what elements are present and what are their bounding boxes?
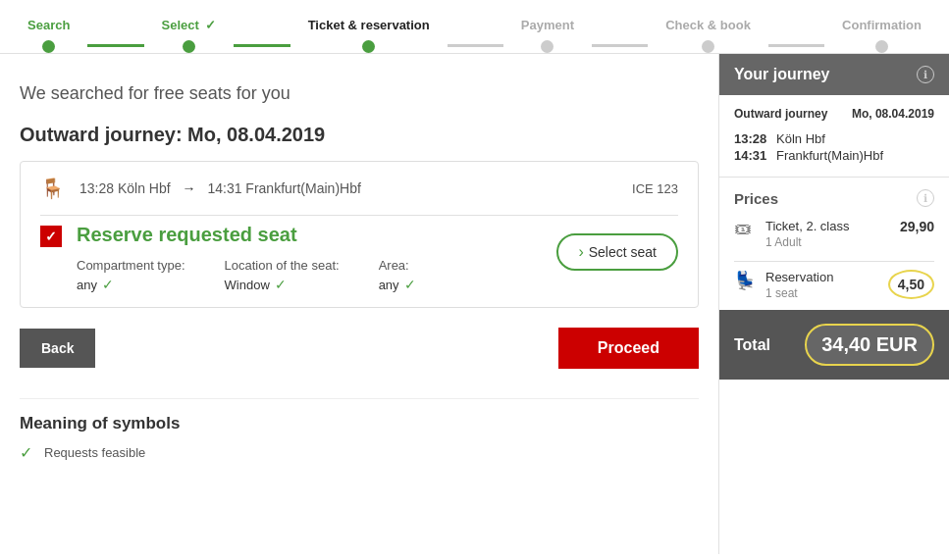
step-search-label: Search [27,18,70,32]
arrival-row: 14:31 Frankfurt(Main)Hbf [734,148,934,163]
search-info: We searched for free seats for you [20,83,699,104]
compartment-check-icon: ✓ [102,277,114,292]
sidebar-info-icon[interactable]: ℹ [917,66,934,83]
line-1 [87,44,143,47]
symbol-check-icon: ✓ [20,443,32,462]
area-value: any ✓ [379,277,416,292]
line-2 [234,44,290,47]
sidebar-journey: Outward journey Mo, 08.04.2019 13:28 Köl… [719,95,949,178]
journey-title: Outward journey: Mo, 08.04.2019 [20,124,699,146]
step-select[interactable]: Select ✓ [144,18,235,53]
compartment-option: Compartment type: any ✓ [77,258,185,292]
back-button[interactable]: Back [20,329,95,368]
ticket-amount: 29,90 [900,219,934,234]
step-checkbook-label: Check & book [665,18,751,32]
reservation-amount: 4,50 [888,270,934,299]
reservation-details: Reservation 1 seat [765,270,878,300]
sidebar-arrival-station: Frankfurt(Main)Hbf [776,148,883,163]
location-option: Location of the seat: Window ✓ [225,258,340,292]
step-search-dot [42,40,55,53]
journey-card: 🪑 13:28 Köln Hbf → 14:31 Frankfurt(Main)… [20,161,699,308]
compartment-value: any ✓ [77,277,185,292]
select-seat-button[interactable]: › Select seat [556,233,678,271]
step-ticket-label: Ticket & reservation [308,18,430,32]
total-label: Total [734,336,770,354]
ticket-price-item: 🎟 Ticket, 2. class 1 Adult 29,90 [734,219,934,249]
step-confirmation-label: Confirmation [842,18,922,32]
step-checkbook-dot [702,40,714,53]
symbol-row: ✓ Requests feasible [20,443,699,462]
proceed-button[interactable]: Proceed [558,328,699,369]
location-label: Location of the seat: [225,258,340,273]
symbols-section: Meaning of symbols ✓ Requests feasible [20,398,699,462]
checkbox-checkmark: ✓ [45,229,57,244]
symbols-title: Meaning of symbols [20,414,699,433]
ticket-details: Ticket, 2. class 1 Adult [765,219,890,249]
symbol-label: Requests feasible [44,445,145,460]
prices-header: Prices ℹ [734,189,934,207]
ticket-label: Ticket, 2. class [765,219,890,233]
total-row: Total 34,40 EUR [719,310,949,380]
step-select-dot [183,40,195,53]
reserve-row: ✓ Reserve requested seat Compartment typ… [40,224,678,292]
reservation-price-item: 💺 Reservation 1 seat 4,50 [734,270,934,300]
arrival-station: Frankfurt(Main)Hbf [245,180,360,196]
step-ticket[interactable]: Ticket & reservation [290,18,448,53]
line-3 [448,44,503,47]
select-seat-arrow-icon: › [578,243,583,261]
reservation-icon: 💺 [734,270,756,291]
total-amount: 34,40 EUR [805,324,934,366]
main-layout: We searched for free seats for you Outwa… [0,54,949,554]
prices-title: Prices [734,190,778,207]
reserve-content: Reserve requested seat Compartment type:… [77,224,556,292]
route-text: 13:28 Köln Hbf → 14:31 Frankfurt(Main)Hb… [79,180,632,196]
ticket-sub: 1 Adult [765,235,890,249]
step-search[interactable]: Search [10,18,87,53]
journey-route: 🪑 13:28 Köln Hbf → 14:31 Frankfurt(Main)… [40,177,678,200]
departure-row: 13:28 Köln Hbf [734,131,934,146]
location-value: Window ✓ [225,277,340,292]
compartment-label: Compartment type: [77,258,185,273]
progress-bar: Search Select ✓ Ticket & reservation Pay… [0,0,949,54]
step-select-label: Select ✓ [162,18,217,32]
reservation-label: Reservation [765,270,878,284]
step-confirmation-dot [875,40,888,53]
arrow-icon: → [183,180,196,196]
sidebar: Your journey ℹ Outward journey Mo, 08.04… [718,54,949,554]
sidebar-header: Your journey ℹ [719,54,949,95]
area-option: Area: any ✓ [379,258,416,292]
card-divider [40,215,678,216]
sidebar-arrival-time: 14:31 [734,148,768,163]
arrival-time: 14:31 [207,180,241,196]
outward-label: Outward journey [734,107,827,121]
area-check-icon: ✓ [404,277,416,292]
line-5 [768,44,824,47]
train-badge: ICE 123 [632,181,678,196]
seat-options: Compartment type: any ✓ Location of the … [77,258,556,292]
step-payment-dot [541,40,554,53]
reserve-checkbox[interactable]: ✓ [40,226,62,247]
train-icon: 🪑 [40,177,65,200]
prices-info-icon[interactable]: ℹ [917,189,934,207]
departure-time: 13:28 [79,180,114,196]
sidebar-departure-station: Köln Hbf [776,131,825,146]
sidebar-departure-time: 13:28 [734,131,768,146]
area-label: Area: [379,258,416,273]
content-area: We searched for free seats for you Outwa… [0,54,718,554]
price-divider [734,261,934,262]
outward-date: Mo, 08.04.2019 [852,107,934,126]
ticket-icon: 🎟 [734,219,756,239]
sidebar-title: Your journey [734,66,830,83]
location-check-icon: ✓ [275,277,287,292]
select-seat-label: Select seat [589,244,657,260]
step-confirmation[interactable]: Confirmation [824,18,939,53]
action-row: Back Proceed [20,328,699,369]
line-4 [592,44,648,47]
step-payment[interactable]: Payment [503,18,592,53]
departure-station: Köln Hbf [118,180,171,196]
reservation-sub: 1 seat [765,286,878,300]
step-checkbook[interactable]: Check & book [648,18,768,53]
sidebar-prices: Prices ℹ 🎟 Ticket, 2. class 1 Adult 29,9… [719,178,949,391]
reserve-title: Reserve requested seat [77,224,556,246]
step-ticket-dot [362,40,375,53]
